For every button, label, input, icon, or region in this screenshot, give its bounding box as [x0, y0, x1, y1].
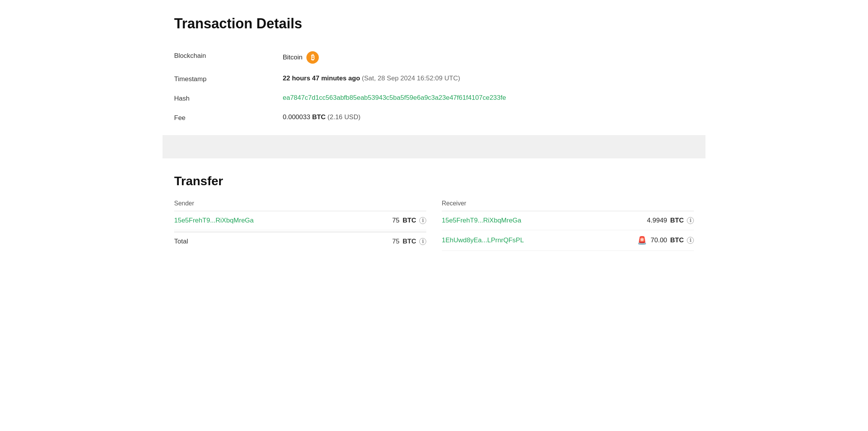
receiver1-address[interactable]: 15e5FrehT9...RiXbqMreGa: [442, 217, 521, 224]
sender-column: Sender 15e5FrehT9...RiXbqMreGa 75 BTC ℹ …: [174, 200, 426, 251]
total-amount: 75 BTC ℹ: [392, 238, 426, 245]
fee-row: Fee 0.000033 BTC (2.16 USD): [174, 108, 694, 127]
fee-btc-amount: 0.000033: [283, 113, 310, 121]
hash-value: ea7847c7d1cc563abfb85eab53943c5ba5f59e6a…: [283, 94, 694, 102]
hash-label: Hash: [174, 94, 283, 103]
timestamp-row: Timestamp 22 hours 47 minutes ago (Sat, …: [174, 69, 694, 89]
receiver2-amount-unit: BTC: [670, 236, 684, 244]
sender-amount-value: 75: [392, 217, 399, 224]
blockchain-value: Bitcoin ₿: [283, 51, 694, 64]
receiver2-address[interactable]: 1EhUwd8yEa...LPrnrQFsPL: [442, 236, 524, 244]
total-row: Total 75 BTC ℹ: [174, 232, 426, 251]
sender-address[interactable]: 15e5FrehT9...RiXbqMreGa: [174, 217, 254, 224]
timestamp-main: 22 hours 47 minutes ago: [283, 75, 360, 82]
details-section: Blockchain Bitcoin ₿ Timestamp 22 hours …: [174, 46, 694, 127]
receiver1-amount: 4.9949 BTC ℹ: [647, 217, 694, 224]
hash-link[interactable]: ea7847c7d1cc563abfb85eab53943c5ba5f59e6a…: [283, 94, 506, 101]
receiver2-amount-value: 70.00: [651, 236, 667, 244]
total-info-icon[interactable]: ℹ: [419, 238, 426, 245]
receiver1-amount-value: 4.9949: [647, 217, 667, 224]
transfer-title: Transfer: [174, 174, 694, 188]
total-amount-unit: BTC: [403, 238, 416, 245]
receiver2-info-icon[interactable]: ℹ: [687, 237, 694, 244]
timestamp-detail: (Sat, 28 Sep 2024 16:52:09 UTC): [362, 75, 460, 82]
receiver2-row: 1EhUwd8yEa...LPrnrQFsPL 🚨 70.00 BTC ℹ: [442, 230, 694, 251]
blockchain-name: Bitcoin: [283, 54, 303, 61]
sender-amount-unit: BTC: [403, 217, 416, 224]
receiver1-info-icon[interactable]: ℹ: [687, 217, 694, 224]
bitcoin-icon: ₿: [306, 51, 319, 64]
receiver1-row: 15e5FrehT9...RiXbqMreGa 4.9949 BTC ℹ: [442, 211, 694, 230]
page-title: Transaction Details: [174, 16, 694, 32]
sender-row: 15e5FrehT9...RiXbqMreGa 75 BTC ℹ: [174, 211, 426, 230]
hash-row: Hash ea7847c7d1cc563abfb85eab53943c5ba5f…: [174, 89, 694, 108]
total-amount-value: 75: [392, 238, 399, 245]
blockchain-row: Blockchain Bitcoin ₿: [174, 46, 694, 69]
receiver-rows: 15e5FrehT9...RiXbqMreGa 4.9949 BTC ℹ 1Eh…: [442, 211, 694, 251]
blockchain-label: Blockchain: [174, 51, 283, 60]
sender-header: Sender: [174, 200, 426, 211]
fee-btc-unit: BTC: [312, 113, 326, 121]
timestamp-value: 22 hours 47 minutes ago (Sat, 28 Sep 202…: [283, 75, 694, 82]
fee-label: Fee: [174, 113, 283, 122]
receiver1-amount-unit: BTC: [670, 217, 684, 224]
receiver-header: Receiver: [442, 200, 694, 211]
fee-value: 0.000033 BTC (2.16 USD): [283, 113, 694, 121]
receiver2-amount: 🚨 70.00 BTC ℹ: [637, 236, 694, 245]
alert-icon: 🚨: [637, 236, 647, 245]
divider-section: [163, 135, 705, 158]
sender-info-icon[interactable]: ℹ: [419, 217, 426, 224]
fee-usd: (2.16 USD): [327, 113, 360, 121]
transfer-section: Transfer Sender 15e5FrehT9...RiXbqMreGa …: [174, 174, 694, 251]
total-label: Total: [174, 238, 188, 245]
sender-amount: 75 BTC ℹ: [392, 217, 426, 224]
timestamp-label: Timestamp: [174, 75, 283, 83]
transfer-grid: Sender 15e5FrehT9...RiXbqMreGa 75 BTC ℹ …: [174, 200, 694, 251]
receiver-column: Receiver 15e5FrehT9...RiXbqMreGa 4.9949 …: [442, 200, 694, 251]
